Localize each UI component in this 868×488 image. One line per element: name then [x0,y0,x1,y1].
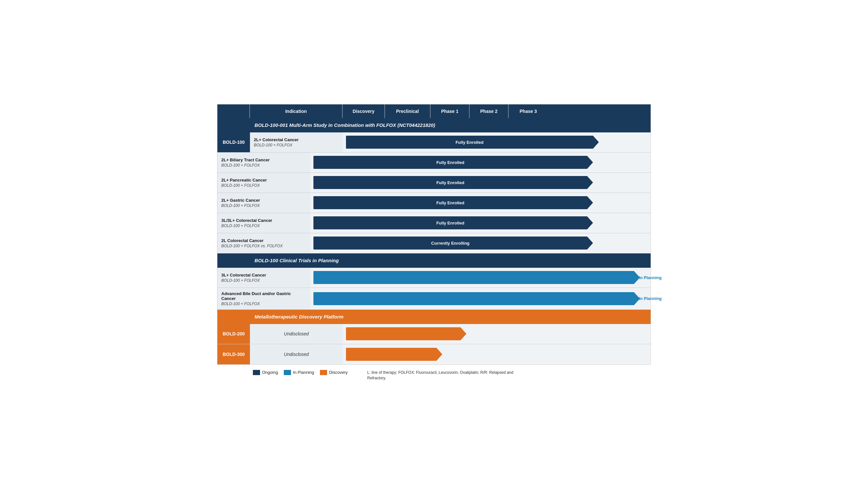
table-row: 3L/3L+ Colorectal Cancer BOLD-100 + FOLF… [217,213,651,233]
discovery-bar [346,327,461,340]
legend-swatch-planning [284,370,291,375]
bar-area: Fully Enrolled [343,132,651,152]
legend-label-discovery: Discovery [329,370,348,375]
planning-label: In Planning [639,275,662,280]
indication-cell: 3L+ Colorectal Cancer BOLD-100 + FOLFOX [217,268,310,288]
table-row: BOLD-200 Undisclosed [217,324,651,344]
section-title-text: BOLD-100-001 Multi-Arm Study in Combinat… [254,122,435,128]
ongoing-bar: Currently Enrolling [313,236,587,250]
table-row: 2L+ Biliary Tract Cancer BOLD-100 + FOLF… [217,153,651,173]
table-row: BOLD-300 Undisclosed [217,344,651,364]
section-bold100-study: BOLD-100-001 Multi-Arm Study in Combinat… [217,118,651,132]
section-planning-label: BOLD-100 Clinical Trials in Planning [250,254,651,268]
header-drug [217,104,250,118]
table-row: BOLD-100 2L+ Colorectal Cancer BOLD-100 … [217,132,651,153]
legend-label-ongoing: Ongoing [262,370,278,375]
header-indication: Indication [250,104,343,118]
indication-title: 3L+ Colorectal Cancer [221,273,306,278]
indication-title: 2L+ Gastric Cancer [221,198,306,203]
indication-title: Advanced Bile Duct and/or Gastric Cancer [221,291,306,301]
indication-cell: 3L/3L+ Colorectal Cancer BOLD-100 + FOLF… [217,213,310,233]
section-planning-title: BOLD-100 Clinical Trials in Planning [254,258,339,263]
indication-sub: BOLD-100 + FOLFOX [221,183,306,188]
indication-sub: BOLD-100 + FOLFOX [221,301,306,306]
indication-cell: 2L Colorectal Cancer BOLD-100 + FOLFOX v… [217,233,310,253]
header-preclinical: Preclinical [385,104,431,118]
legend-item-ongoing: Ongoing [253,370,278,375]
discovery-bar [346,348,436,361]
indication-cell-undisclosed: Undisclosed [250,324,343,344]
table-row: 2L+ Pancreatic Cancer BOLD-100 + FOLFOX … [217,173,651,193]
indication-cell-undisclosed: Undisclosed [250,344,343,364]
bar-area: In Planning [310,268,651,288]
drug-label-bold100: BOLD-100 [217,132,250,152]
planning-bar: In Planning [313,271,634,284]
bar-area: Fully Enrolled [310,213,651,233]
header-phase1: Phase 1 [431,104,470,118]
legend-item-discovery: Discovery [320,370,348,375]
drug-label-bold200: BOLD-200 [217,324,250,344]
legend-note: L: line of therapy; FOLFOX: Fluorouracil… [367,370,514,381]
bar-area: Fully Enrolled [310,173,651,193]
legend-row: Ongoing In Planning Discovery L: line of… [217,365,651,384]
indication-undisclosed: Undisclosed [284,352,309,357]
legend-label-planning: In Planning [293,370,314,375]
indication-cell: 2L+ Pancreatic Cancer BOLD-100 + FOLFOX [217,173,310,193]
indication-cell: Advanced Bile Duct and/or Gastric Cancer… [217,288,310,310]
indication-sub: BOLD-100 + FOLFOX vs. FOLFOX [221,244,306,248]
pipeline-chart: Indication Discovery Preclinical Phase 1… [217,104,651,384]
indication-title: 2L+ Pancreatic Cancer [221,177,306,183]
section-drug-spacer [217,254,250,268]
bar-area [343,324,651,344]
section-drug-orange-spacer [217,310,250,324]
legend-swatch-discovery [320,370,327,375]
drug-label-bold300: BOLD-300 [217,344,250,364]
indication-sub: BOLD-100 + FOLFOX [221,278,306,283]
indication-sub: BOLD-100 + FOLFOX [254,143,339,148]
ongoing-bar: Fully Enrolled [346,136,593,149]
indication-title: 2L Colorectal Cancer [221,238,306,243]
section-orange-label: Metallotherapeutic Discovery Platform [250,310,651,324]
header-phase2: Phase 2 [470,104,509,118]
header-row: Indication Discovery Preclinical Phase 1… [217,104,651,118]
ongoing-bar: Fully Enrolled [313,156,587,169]
indication-title: 2L+ Biliary Tract Cancer [221,158,306,162]
table-row: 2L+ Gastric Cancer BOLD-100 + FOLFOX Ful… [217,193,651,213]
section-drug-label [217,118,250,132]
main-grid: Indication Discovery Preclinical Phase 1… [217,104,651,365]
bar-area: Fully Enrolled [310,193,651,213]
header-discovery: Discovery [343,104,385,118]
section-bold100-planning: BOLD-100 Clinical Trials in Planning [217,254,651,268]
indication-title: 3L/3L+ Colorectal Cancer [221,218,306,223]
planning-label: In Planning [639,296,662,301]
bar-area [343,344,651,364]
header-phase3: Phase 3 [509,104,548,118]
bar-area: Currently Enrolling [310,233,651,253]
ongoing-bar: Fully Enrolled [313,176,587,189]
table-row: Advanced Bile Duct and/or Gastric Cancer… [217,288,651,310]
legend-item-planning: In Planning [284,370,314,375]
indication-title: 2L+ Colorectal Cancer [254,137,339,142]
table-row: 3L+ Colorectal Cancer BOLD-100 + FOLFOX … [217,268,651,288]
indication-cell: 2L+ Gastric Cancer BOLD-100 + FOLFOX [217,193,310,213]
section-orange-title: Metallotherapeutic Discovery Platform [254,314,343,320]
indication-cell: 2L+ Colorectal Cancer BOLD-100 + FOLFOX [250,132,343,152]
legend-items: Ongoing In Planning Discovery [253,370,348,375]
bar-area: In Planning [310,288,651,310]
bar-area: Fully Enrolled [310,153,651,172]
ongoing-bar: Fully Enrolled [313,196,587,209]
indication-sub: BOLD-100 + FOLFOX [221,203,306,208]
section-header-label: BOLD-100-001 Multi-Arm Study in Combinat… [250,118,651,132]
indication-sub: BOLD-100 + FOLFOX [221,163,306,167]
planning-bar: In Planning [313,292,634,305]
indication-cell: 2L+ Biliary Tract Cancer BOLD-100 + FOLF… [217,153,310,172]
table-row: 2L Colorectal Cancer BOLD-100 + FOLFOX v… [217,233,651,254]
indication-sub: BOLD-100 + FOLFOX [221,224,306,228]
ongoing-bar: Fully Enrolled [313,216,587,229]
legend-swatch-ongoing [253,370,260,375]
section-metallotherapeutic: Metallotherapeutic Discovery Platform [217,310,651,324]
indication-undisclosed: Undisclosed [284,331,309,336]
